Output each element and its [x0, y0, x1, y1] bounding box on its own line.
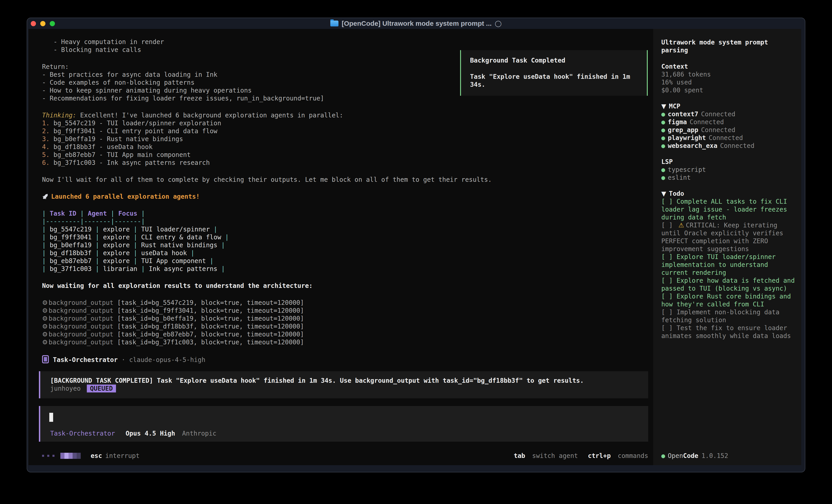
todo-item: [ ] Explore how data is fetched and pass…	[661, 277, 797, 292]
todo-heading[interactable]: ▼Todo	[661, 190, 797, 198]
todo-item: [ ] Implement non-blocking data fetching…	[661, 308, 797, 324]
todo-text: Explore TUI loader/spinner implementatio…	[661, 253, 776, 276]
terminal-line: ⚙background_output [task_id=bg_37f1c003,…	[42, 338, 653, 346]
lsp-heading: LSP	[661, 158, 797, 166]
terminal-line: 5. bg_eb87ebb7 - TUI App main component	[42, 151, 653, 159]
terminal-text: |	[92, 242, 103, 249]
todo-item: [ ] ⚠CRITICAL: Keep iterating until Orac…	[661, 221, 797, 253]
provider-name: Anthropic	[182, 430, 216, 437]
terminal-text: bg_37f1c003 - Ink async patterns researc…	[54, 159, 210, 166]
terminal-text: Thinking:	[42, 112, 76, 119]
gear-icon: ⚙	[42, 315, 48, 322]
status-dot-icon: ●	[661, 166, 665, 173]
terminal-text: [task_id=bg_5547c219, block=true, timeou…	[118, 299, 304, 306]
status-dot-icon: ●	[661, 126, 665, 134]
terminal-text: 2.	[42, 128, 54, 135]
lsp-item: ●typescript	[661, 166, 797, 174]
mcp-item: ●figmaConnected	[661, 118, 797, 126]
todo-text: Explore how data is fetched and passed t…	[661, 277, 795, 292]
todo-text: Explore Rust core bindings and how they'…	[661, 292, 791, 308]
brand-name: Open	[668, 452, 683, 459]
checkbox-empty-icon: [ ]	[661, 324, 676, 332]
terminal-text: [task_id=bg_eb87ebb7, block=true, timeou…	[118, 331, 304, 338]
terminal-line: Launched 6 parallel exploration agents!	[42, 193, 653, 200]
terminal-line: | bg_df18bb3f | explore | useData hook |	[42, 249, 653, 257]
terminal-text: bg_df18bb3f	[50, 249, 92, 257]
terminal-text: background_output	[49, 299, 117, 306]
terminal-text: background_output	[49, 323, 117, 330]
status-dot-icon: ●	[661, 452, 665, 459]
terminal-text: 3.	[42, 135, 54, 143]
rocket-icon	[41, 192, 50, 201]
terminal-text: |	[42, 265, 50, 273]
mcp-item: ●websearch_exaConnected	[661, 142, 797, 150]
model-name: Opus 4.5 High	[126, 430, 175, 437]
conversation-pane: - Heavy computation in render - Blocking…	[28, 29, 653, 465]
spinner-dot	[52, 455, 54, 457]
agent-name[interactable]: Task-Orchestrator	[50, 430, 115, 437]
terminal-text: CLI entry & data flow	[141, 233, 221, 241]
terminal-text: Focus	[118, 210, 137, 217]
terminal-line: ⚙background_output [task_id=bg_b0effa19,…	[42, 314, 653, 323]
todo-item: [ ] Explore TUI loader/spinner implement…	[661, 253, 797, 277]
gear-icon: ⚙	[42, 307, 48, 314]
terminal-text: explore	[103, 242, 130, 249]
input-meta: Task-Orchestrator Opus 4.5 High Anthropi…	[50, 430, 216, 437]
terminal-text: |	[92, 249, 103, 257]
context-spent: $0.00 spent	[661, 86, 797, 94]
mcp-item: ●context7Connected	[661, 110, 797, 118]
terminal-text: Task ID	[50, 210, 76, 217]
terminal-text: |	[130, 233, 141, 241]
lsp-item: ●eslint	[661, 174, 797, 181]
checkbox-empty-icon: [ ]	[661, 222, 676, 229]
terminal-text: explore	[103, 249, 130, 257]
checkbox-empty-icon: [ ]	[661, 253, 676, 260]
terminal-line: Now I'll wait for all of them to complet…	[42, 176, 653, 184]
gear-icon: ⚙	[42, 299, 48, 306]
terminal-text: Ink async patterns	[149, 265, 217, 273]
terminal-text: |	[206, 257, 214, 264]
app-version: 1.0.152	[702, 452, 728, 459]
terminal-text: background_output	[49, 338, 117, 346]
terminal-text: bg_b0effa19	[50, 242, 92, 249]
titlebar: [OpenCode] Ultrawork mode system prompt …	[27, 18, 805, 29]
sidebar-footer: ●OpenCode1.0.152	[661, 452, 728, 460]
terminal-text: 5.	[42, 151, 54, 159]
terminal-text: explore	[103, 226, 130, 233]
window-title: [OpenCode] Ultrawork mode system prompt …	[27, 18, 805, 29]
terminal-line: ⚙background_output [task_id=bg_5547c219,…	[42, 299, 653, 307]
todo-text: Complete ALL tasks to fix CLI loader lag…	[661, 198, 787, 221]
terminal-text: [task_id=bg_b0effa19, block=true, timeou…	[118, 315, 304, 322]
terminal-text: ·	[118, 356, 129, 364]
terminal-text: |	[42, 257, 50, 264]
status-dot-icon: ●	[661, 110, 665, 118]
chevron-down-icon: ▼	[661, 190, 666, 197]
tab-key-label: switch agent	[532, 452, 578, 459]
terminal-line: | bg_eb87ebb7 | explore | TUI App compon…	[42, 257, 653, 265]
checkbox-empty-icon: [ ]	[661, 292, 676, 300]
terminal-line: - Heavy computation in render	[42, 38, 653, 46]
terminal-text: |	[130, 226, 141, 233]
prompt-input[interactable]: Task-Orchestrator Opus 4.5 High Anthropi…	[39, 406, 648, 442]
terminal-text: - Best practices for async data loading …	[42, 71, 217, 78]
terminal-text: 4.	[42, 143, 54, 150]
activity-spinner	[60, 453, 64, 459]
terminal-text: Return:	[42, 63, 69, 71]
checkbox-empty-icon: [ ]	[661, 277, 676, 284]
terminal-text: |	[221, 233, 229, 241]
terminal-text: - How to keep spinner animating during h…	[42, 87, 252, 94]
terminal-text: useData hook	[141, 249, 187, 257]
terminal-line	[42, 200, 653, 209]
terminal-text: |	[42, 242, 50, 249]
terminal-text: Now I'll wait for all of them to complet…	[42, 176, 492, 184]
status-dot-icon: ●	[661, 142, 665, 149]
terminal-text: TUI App component	[141, 257, 206, 264]
esc-key-label: interrupt	[105, 452, 140, 459]
terminal-text: bg_f9ff3041 - CLI entry point and data f…	[54, 128, 217, 135]
terminal-text: - Recommendations for fixing loader free…	[42, 94, 324, 102]
terminal-text: |	[130, 242, 141, 249]
mcp-heading[interactable]: ▼MCP	[661, 102, 797, 110]
terminal-text: |	[92, 265, 103, 273]
esc-key-hint: esc	[90, 452, 102, 459]
todo-item: [ ] Test the fix to ensure loader animat…	[661, 324, 797, 340]
